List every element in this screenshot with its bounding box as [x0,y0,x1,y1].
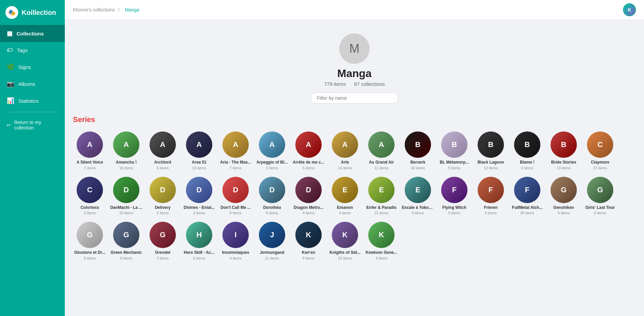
series-item[interactable]: AArte14 items [328,129,362,172]
series-count: 4 items [302,211,314,215]
collection-header: M Manga 779 items 87 collections [73,27,636,107]
series-item[interactable]: DDivines - Enial...3 items [182,175,216,217]
series-item[interactable]: AAu Grand Air11 items [365,129,398,172]
series-count: 6 items [120,256,132,260]
series-name: Bride Stories [551,160,576,165]
series-item[interactable]: GGenshiken9 items [547,175,581,217]
series-item[interactable]: BBlack Lagoon12 items [474,129,508,172]
series-name: Aria - The Mas... [220,160,251,165]
series-item[interactable]: AAria - The Mas...7 items [219,129,252,172]
series-count: 27 items [593,166,607,170]
sidebar-nav: ▦ Collections 🏷 Tags 🌿 Signs 📷 Albums 📊 … [0,25,65,316]
series-item[interactable]: BBlame !6 items [510,129,544,172]
series-item[interactable]: EEscale à Yokoh...8 items [401,175,435,217]
series-count: 40 items [411,166,425,170]
series-count: 4 items [339,211,351,215]
series-name: BL Métamorp... [440,160,469,165]
series-item[interactable]: DDon't Call Me ...5 items [219,175,252,217]
series-name: Escale à Yokoh... [402,205,434,211]
sidebar: 🎭 Koillection ▦ Collections 🏷 Tags 🌿 Sig… [0,0,65,316]
series-avatar: D [295,177,322,203]
series-item[interactable]: GGreen Mechanic6 items [109,220,143,262]
series-avatar: F [478,177,504,203]
sidebar-label-signs: Signs [18,64,31,70]
series-item[interactable]: AA Silent Voice7 items [73,129,107,172]
series-item[interactable]: GGrendel3 items [146,220,180,262]
series-item[interactable]: JJormungand11 items [255,220,289,262]
series-count: 5 items [302,166,314,170]
collection-avatar: M [339,33,370,64]
series-avatar: A [222,131,249,158]
breadcrumb-current: Manga [125,7,139,13]
series-avatar: H [186,222,212,248]
series-item[interactable]: IInsomniaques4 items [219,220,252,262]
series-item[interactable]: FFullMetal Alch...30 items [510,175,544,217]
series-item[interactable]: GGloutons et Dr...9 items [73,220,107,262]
sidebar-item-collections[interactable]: ▦ Collections [0,25,65,42]
series-item[interactable]: KKen'en8 items [292,220,325,262]
series-item[interactable]: AArchlord6 items [146,129,180,172]
section-title: Series [73,115,636,124]
series-name: Hero Skill - Ac... [184,250,215,256]
series-avatar: J [259,222,285,248]
series-item[interactable]: KKnigths of Sid...15 items [328,220,362,262]
series-count: 30 items [520,211,534,215]
series-name: DanMachi - La ... [110,205,142,211]
sidebar-item-tags[interactable]: 🏷 Tags [0,42,65,58]
series-name: Dragon Metro... [294,205,323,211]
series-count: 5 items [230,211,241,215]
series-count: 8 items [302,256,314,260]
series-avatar: F [514,177,540,203]
series-item[interactable]: DDanMachi - La ...10 items [109,175,143,217]
series-item[interactable]: EEnfer & Paradis22 items [365,175,398,217]
series-item[interactable]: DDelivery2 items [146,175,180,217]
series-item[interactable]: EEmanon4 items [328,175,362,217]
series-avatar: G [113,222,139,248]
series-name: Gloutons et Dr... [74,250,106,256]
series-item[interactable]: FFrieren3 items [474,175,508,217]
series-name: Don't Call Me ... [221,205,251,211]
series-item[interactable]: CClaymore27 items [583,129,617,172]
series-item[interactable]: BBride Stories13 items [547,129,581,172]
series-item[interactable]: BBerserk40 items [401,129,435,172]
series-avatar: A [368,131,395,158]
filter-input[interactable] [311,92,398,104]
series-item[interactable]: AArea 5115 items [182,129,216,172]
series-item[interactable]: FFlying Witch9 items [437,175,471,217]
sidebar-item-albums[interactable]: 📷 Albums [0,75,65,92]
series-name: Berserk [410,160,426,165]
app-logo[interactable]: 🎭 Koillection [0,0,65,25]
breadcrumb-separator: / [118,7,119,13]
sidebar-item-statistics[interactable]: 📊 Statistics [0,92,65,109]
series-item[interactable]: DDorothéa6 items [255,175,289,217]
sidebar-return-link[interactable]: ↩ Return to my collection [0,115,65,135]
series-item[interactable]: DDragon Metro...4 items [292,175,325,217]
collection-stats: 779 items 87 collections [324,81,385,87]
series-item[interactable]: AAmanchu !16 items [109,129,143,172]
breadcrumb: Khorne's collections / Manga [73,7,141,13]
series-name: Green Mechanic [111,250,142,256]
series-avatar: B [551,131,577,158]
series-avatar: K [368,222,395,248]
series-item[interactable]: CColorless3 items [73,175,107,217]
series-name: Grendel [155,250,170,256]
albums-icon: 📷 [7,80,14,88]
series-item[interactable]: HHero Skill - Ac...6 items [182,220,216,262]
sidebar-item-signs[interactable]: 🌿 Signs [0,58,65,75]
series-grid: AA Silent Voice7 itemsAAmanchu !16 items… [73,129,636,262]
series-name: Jormungand [260,250,285,256]
series-item[interactable]: AArpeggio of Bl...2 items [255,129,289,172]
main-content: Khorne's collections / Manga K M Manga 7… [65,0,644,316]
user-avatar[interactable]: K [623,3,636,16]
series-item[interactable]: AArrête de me c...5 items [292,129,325,172]
series-avatar: D [222,177,249,203]
series-count: 3 items [84,211,96,215]
series-item[interactable]: GGirls' Last Tour6 items [583,175,617,217]
series-item[interactable]: KKowloon Gene...4 items [365,220,398,262]
series-avatar: A [113,131,139,158]
series-count: 3 items [193,211,205,215]
breadcrumb-parent[interactable]: Khorne's collections [73,7,115,13]
series-avatar: E [332,177,358,203]
sidebar-label-collections: Collections [17,31,44,37]
series-item[interactable]: BBL Métamorp...5 items [437,129,471,172]
